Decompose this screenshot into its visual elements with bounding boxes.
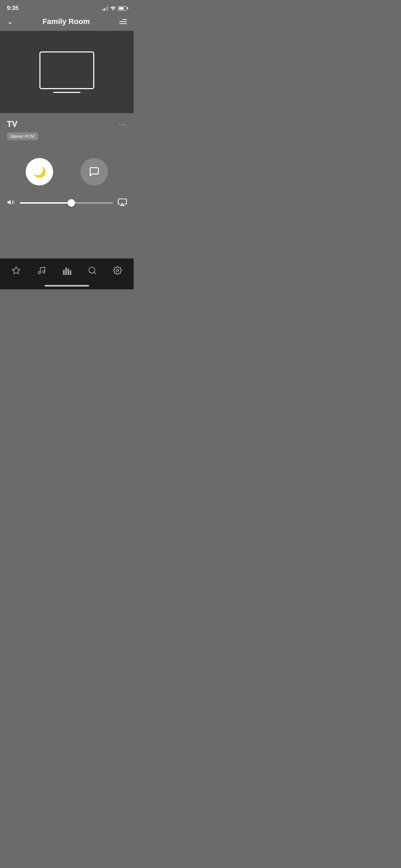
more-options-button[interactable]: ···	[119, 120, 127, 128]
status-icons	[102, 6, 127, 11]
page-title: Family Room	[42, 17, 90, 26]
nav-item-favorites[interactable]	[12, 266, 21, 275]
tv-display-area	[0, 31, 134, 113]
bottom-nav	[0, 258, 134, 289]
source-info: TV ··· Stereo PCM	[0, 113, 134, 144]
nav-item-search[interactable]	[88, 266, 97, 275]
svg-point-12	[117, 269, 119, 272]
wifi-icon	[110, 6, 116, 11]
music-icon	[37, 266, 46, 275]
gear-icon	[113, 266, 122, 275]
chat-icon	[89, 166, 100, 177]
tv-icon	[39, 51, 94, 93]
status-time: 9:35	[7, 5, 19, 12]
svg-rect-9	[70, 270, 71, 275]
moon-icon: 🌙	[33, 166, 46, 178]
volume-row	[0, 194, 134, 212]
source-badge: Stereo PCM	[7, 132, 38, 140]
airplay-button[interactable]	[118, 198, 127, 208]
chevron-down-button[interactable]: ⌄	[7, 17, 13, 26]
home-indicator	[45, 285, 89, 287]
bars-icon	[62, 266, 71, 275]
chat-button[interactable]	[81, 158, 108, 185]
menu-button[interactable]	[119, 19, 127, 24]
nav-item-settings[interactable]	[113, 266, 122, 275]
signal-icon	[102, 6, 108, 11]
source-name: TV	[7, 119, 17, 129]
star-icon	[12, 266, 21, 275]
svg-marker-3	[12, 267, 20, 274]
svg-marker-2	[121, 203, 124, 206]
tv-screen-outline	[39, 51, 94, 89]
volume-fill	[20, 202, 71, 204]
sleep-button[interactable]: 🌙	[26, 158, 53, 185]
search-icon	[88, 266, 97, 275]
svg-rect-6	[63, 270, 64, 275]
svg-marker-1	[8, 200, 11, 205]
status-bar: 9:35	[0, 0, 134, 14]
nav-item-now-playing[interactable]	[62, 266, 71, 275]
volume-thumb[interactable]	[68, 199, 75, 207]
volume-icon	[7, 198, 15, 208]
svg-rect-7	[65, 267, 67, 275]
nav-item-music[interactable]	[37, 266, 46, 275]
battery-icon	[118, 6, 127, 11]
header: ⌄ Family Room	[0, 14, 134, 31]
svg-point-0	[113, 10, 113, 11]
svg-point-4	[38, 272, 40, 274]
tv-stand	[53, 92, 81, 93]
svg-line-11	[94, 272, 96, 274]
volume-slider[interactable]	[20, 202, 113, 204]
svg-rect-8	[68, 269, 69, 275]
source-row: TV ···	[7, 119, 127, 129]
controls-area: 🌙	[0, 151, 134, 191]
svg-point-5	[42, 271, 45, 273]
